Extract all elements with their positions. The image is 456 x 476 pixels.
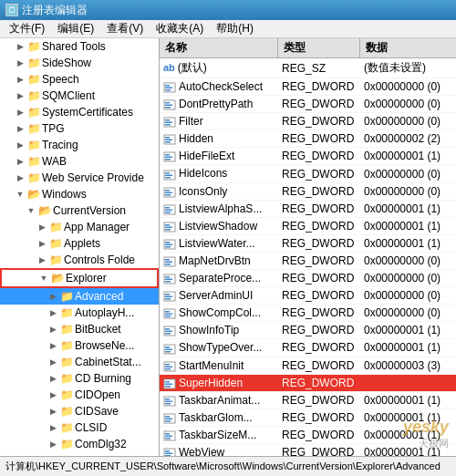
tree-item-label: Shared Tools xyxy=(42,40,106,53)
svg-rect-55 xyxy=(165,316,171,317)
svg-rect-15 xyxy=(165,141,171,143)
svg-rect-22 xyxy=(165,174,172,176)
value-row[interactable]: ServerAdminUIREG_DWORD0x00000000 (0) xyxy=(160,287,456,305)
value-row[interactable]: AutoCheckSelectREG_DWORD0x00000000 (0) xyxy=(160,78,456,96)
folder-icon: 📁 xyxy=(60,324,73,335)
value-row[interactable]: ShowTypeOver...REG_DWORD0x00000001 (1) xyxy=(160,339,456,357)
tree-item-advanced[interactable]: ▶📁Advanced xyxy=(0,288,159,305)
expand-icon[interactable]: ▼ xyxy=(36,271,51,285)
reg-value-icon xyxy=(163,395,176,406)
tree-item-controlpan[interactable]: ▶📁ControlPan... xyxy=(0,452,159,456)
tree-item-label: WAB xyxy=(42,155,67,168)
svg-rect-43 xyxy=(165,264,171,265)
expand-icon[interactable]: ▶ xyxy=(46,437,60,451)
expand-icon[interactable]: ▶ xyxy=(35,236,49,251)
tree-item-tracing[interactable]: ▶📁Tracing xyxy=(0,137,159,153)
value-row[interactable]: ShowInfoTipREG_DWORD0x00000001 (1) xyxy=(160,322,456,339)
expand-icon[interactable]: ▶ xyxy=(46,355,60,369)
value-row[interactable]: ShowCompCol...REG_DWORD0x00000000 (0) xyxy=(160,305,456,322)
tree-item-controlsfolder[interactable]: ▶📁Controls Folde xyxy=(0,252,159,268)
expand-icon[interactable]: ▶ xyxy=(13,72,27,87)
menu-item[interactable]: 查看(V) xyxy=(101,19,149,38)
tree-item-appmanager[interactable]: ▶📁App Manager xyxy=(0,219,159,235)
expand-icon[interactable]: ▶ xyxy=(13,39,27,54)
expand-icon[interactable]: ▶ xyxy=(13,171,27,185)
tree-item-windows[interactable]: ▼📂Windows xyxy=(0,186,159,202)
tree-item-autoplay[interactable]: ▶📁AutoplayH... xyxy=(0,305,159,321)
value-row[interactable]: ab(默认)REG_SZ(数值未设置) xyxy=(160,58,456,78)
value-name: StartMenuInit xyxy=(160,358,278,373)
expand-icon[interactable]: ▶ xyxy=(46,371,60,386)
expand-icon[interactable]: ▶ xyxy=(46,305,60,320)
expand-icon[interactable]: ▶ xyxy=(46,453,60,456)
value-row[interactable]: TaskbarAnimat...REG_DWORD0x00000001 (1) xyxy=(160,392,456,409)
svg-rect-78 xyxy=(165,418,172,419)
expand-icon[interactable]: ▶ xyxy=(13,121,27,136)
tree-item-label: CabinetStat... xyxy=(75,356,141,368)
col-header-data[interactable]: 数据 xyxy=(360,38,456,57)
expand-icon[interactable]: ▶ xyxy=(13,105,27,119)
tree-item-tpg[interactable]: ▶📁TPG xyxy=(0,120,159,137)
expand-icon[interactable]: ▶ xyxy=(13,154,27,169)
expand-icon[interactable]: ▶ xyxy=(46,404,60,419)
tree-item-comdlg32[interactable]: ▶📁ComDlg32 xyxy=(0,436,159,452)
col-header-type[interactable]: 类型 xyxy=(278,38,360,57)
tree-item-clsid[interactable]: ▶📁CLSID xyxy=(0,419,159,436)
value-data: 0x00000001 (1) xyxy=(360,202,456,216)
menu-item[interactable]: 帮助(H) xyxy=(211,19,259,38)
value-row[interactable]: SuperHiddenREG_DWORD xyxy=(160,375,456,392)
value-row[interactable]: SeparateProce...REG_DWORD0x00000000 (0) xyxy=(160,270,456,287)
value-row[interactable]: HideFileExtREG_DWORD0x00000001 (1) xyxy=(160,148,456,165)
value-row[interactable]: HideIconsREG_DWORD0x00000000 (0) xyxy=(160,165,456,182)
expand-icon[interactable]: ▶ xyxy=(35,220,49,234)
tree-item-wab[interactable]: ▶📁WAB xyxy=(0,153,159,170)
value-row[interactable]: DontPrettyPathREG_DWORD0x00000000 (0) xyxy=(160,96,456,113)
expand-icon[interactable]: ▼ xyxy=(13,187,27,202)
tree-panel[interactable]: ▶📁Shared Tools▶📁SideShow▶📁Speech▶📁SQMCli… xyxy=(0,38,160,456)
expand-icon[interactable]: ▶ xyxy=(13,138,27,152)
app-title: 注册表编辑器 xyxy=(22,3,88,18)
value-row[interactable]: ListviewShadowREG_DWORD0x00000001 (1) xyxy=(160,218,456,235)
value-row[interactable]: StartMenuInitREG_DWORD0x00000003 (3) xyxy=(160,357,456,375)
tree-item-bitbucket[interactable]: ▶📁BitBucket xyxy=(0,321,159,337)
main-content: ▶📁Shared Tools▶📁SideShow▶📁Speech▶📁SQMCli… xyxy=(0,38,456,456)
expand-icon[interactable]: ▶ xyxy=(13,88,27,103)
menu-item[interactable]: 收藏夹(A) xyxy=(150,19,209,38)
value-row[interactable]: IconsOnlyREG_DWORD0x00000000 (0) xyxy=(160,183,456,201)
tree-item-explorer[interactable]: ▼📂Explorer xyxy=(0,268,159,288)
expand-icon[interactable]: ▶ xyxy=(46,289,60,304)
value-row[interactable]: ListviewAlphaS...REG_DWORD0x00000001 (1) xyxy=(160,201,456,218)
tree-item-systemcertificates[interactable]: ▶📁SystemCertificates xyxy=(0,104,159,120)
expand-icon[interactable]: ▶ xyxy=(13,56,27,70)
tree-item-sideshow[interactable]: ▶📁SideShow xyxy=(0,55,159,71)
tree-item-shared-tools[interactable]: ▶📁Shared Tools xyxy=(0,38,159,55)
tree-item-applets[interactable]: ▶📁Applets xyxy=(0,235,159,252)
value-row[interactable]: MapNetDrvBtnREG_DWORD0x00000000 (0) xyxy=(160,253,456,270)
expand-icon[interactable]: ▶ xyxy=(35,253,49,267)
tree-item-currentversion[interactable]: ▼📂CurrentVersion xyxy=(0,202,159,219)
tree-item-label: SideShow xyxy=(42,57,91,69)
tree-item-cidopen[interactable]: ▶📁CIDOpen xyxy=(0,387,159,403)
folder-icon: 📁 xyxy=(27,57,40,68)
expand-icon[interactable]: ▼ xyxy=(24,203,38,218)
value-row[interactable]: ListviewWater...REG_DWORD0x00000001 (1) xyxy=(160,235,456,253)
col-header-name[interactable]: 名称 xyxy=(160,38,278,57)
tree-item-cdburning[interactable]: ▶📁CD Burning xyxy=(0,370,159,387)
folder-icon: 📁 xyxy=(27,172,40,183)
tree-item-sqmclient[interactable]: ▶📁SQMClient xyxy=(0,88,159,104)
value-row[interactable]: FilterREG_DWORD0x00000000 (0) xyxy=(160,113,456,130)
tree-item-cidsave[interactable]: ▶📁CIDSave xyxy=(0,403,159,419)
value-row[interactable]: HiddenREG_DWORD0x00000002 (2) xyxy=(160,130,456,148)
expand-icon[interactable]: ▶ xyxy=(46,388,60,402)
values-panel[interactable]: 名称 类型 数据 ab(默认)REG_SZ(数值未设置)AutoCheckSel… xyxy=(160,38,456,456)
tree-item-speech[interactable]: ▶📁Speech xyxy=(0,71,159,88)
menu-item[interactable]: 编辑(E) xyxy=(52,19,99,38)
tree-item-cabinetstate[interactable]: ▶📁CabinetStat... xyxy=(0,354,159,370)
value-type: REG_DWORD xyxy=(278,340,360,355)
expand-icon[interactable]: ▶ xyxy=(46,322,60,336)
expand-icon[interactable]: ▶ xyxy=(46,338,60,353)
tree-item-webservice[interactable]: ▶📁Web Service Provide xyxy=(0,170,159,186)
tree-item-browsenet[interactable]: ▶📁BrowseNe... xyxy=(0,337,159,354)
menu-item[interactable]: 文件(F) xyxy=(4,19,50,38)
expand-icon[interactable]: ▶ xyxy=(46,420,60,435)
